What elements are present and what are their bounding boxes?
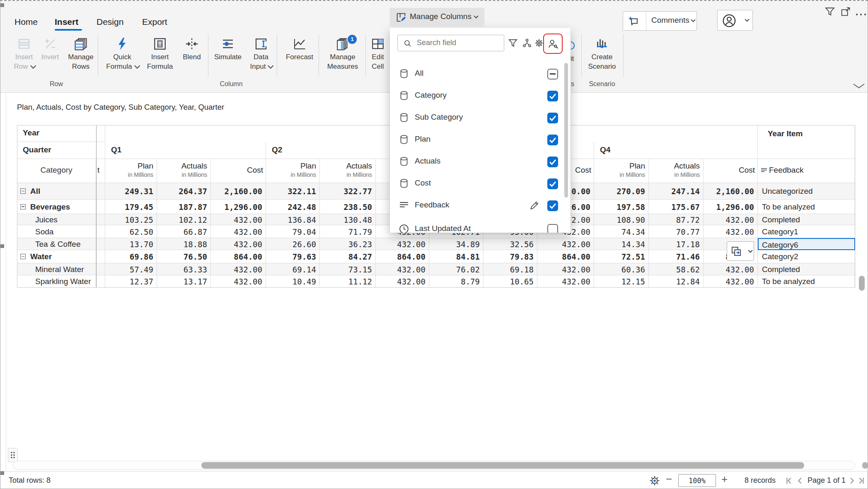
data-cell[interactable]: 179.45	[105, 200, 157, 214]
tab-design[interactable]: Design	[97, 16, 123, 28]
feedback-column-header[interactable]: Feedback	[758, 159, 855, 183]
checkbox-unchecked[interactable]	[547, 224, 558, 233]
data-cell[interactable]: 79.04	[266, 225, 320, 238]
data-cell[interactable]: 108.90	[594, 214, 649, 225]
zoom-level-input[interactable]: 100%	[678, 474, 716, 487]
field-item-plan[interactable]: Plan	[390, 131, 571, 149]
edit-pencil-icon[interactable]	[529, 200, 540, 211]
open-in-window-icon[interactable]	[840, 6, 851, 19]
feedback-cell[interactable]: Category2	[758, 250, 855, 263]
actuals-column-header[interactable]: Actualsin Millions	[157, 159, 211, 183]
field-item-all[interactable]: All	[390, 65, 571, 83]
checkbox-checked[interactable]	[547, 113, 558, 123]
row-header[interactable]: Soda	[17, 225, 96, 238]
row-header[interactable]: Beverages	[17, 200, 96, 214]
field-item-cost[interactable]: Cost	[390, 175, 571, 193]
data-cell[interactable]: 69.14	[266, 263, 320, 275]
data-cell[interactable]: 18.88	[157, 238, 211, 250]
more-options-icon[interactable]	[855, 11, 867, 18]
quarter-cell[interactable]: Q4	[594, 142, 758, 159]
copy-options-button[interactable]	[727, 241, 754, 261]
data-cell[interactable]: 264.37	[157, 183, 211, 200]
data-cell[interactable]: 58.62	[649, 263, 704, 275]
data-cell[interactable]: 84.81	[429, 250, 484, 263]
data-cell[interactable]: 84.27	[320, 250, 376, 263]
collapse-ribbon-icon[interactable]	[852, 83, 866, 91]
data-cell[interactable]: 12.15	[594, 275, 649, 288]
blend-button[interactable]: Blend	[172, 35, 212, 76]
row-header[interactable]: Water	[17, 250, 96, 263]
manage-rows-button[interactable]: ManageRows	[61, 35, 101, 76]
data-cell[interactable]: 432.00	[704, 263, 758, 275]
horizontal-scrollbar-thumb[interactable]	[201, 462, 804, 469]
data-cell[interactable]: 17.18	[649, 238, 704, 250]
data-cell[interactable]: 432.00	[537, 263, 594, 275]
data-cell[interactable]: 14.34	[594, 238, 649, 250]
feedback-cell[interactable]: Uncategorized	[758, 183, 855, 200]
data-cell[interactable]: 79.83	[484, 250, 537, 263]
data-cell[interactable]: 247.14	[649, 183, 704, 200]
row-header[interactable]: Sparkling Water	[17, 275, 96, 288]
comments-button[interactable]: Comments	[623, 11, 697, 31]
data-cell[interactable]: 2,160.00	[704, 183, 758, 200]
data-cell[interactable]: 34.89	[429, 238, 484, 250]
data-cell[interactable]: 270.09	[594, 183, 649, 200]
data-cell[interactable]: 66.87	[157, 225, 211, 238]
zoom-out-button[interactable]: −	[666, 473, 672, 486]
popup-scrollbar[interactable]	[564, 63, 568, 198]
create-scenario-button[interactable]: CreateScenario	[582, 35, 622, 76]
data-cell[interactable]: 102.12	[157, 214, 211, 225]
checkbox-indeterminate[interactable]	[547, 69, 558, 79]
data-cell[interactable]: 432.00	[704, 225, 758, 238]
filter-icon[interactable]	[824, 6, 836, 19]
data-cell[interactable]: 60.36	[594, 263, 649, 275]
tab-home[interactable]: Home	[15, 16, 38, 28]
data-cell[interactable]: 432.00	[537, 275, 594, 288]
table-vertical-scrollbar[interactable]	[859, 276, 865, 291]
field-item-actuals[interactable]: Actuals	[390, 153, 571, 171]
actuals-column-header[interactable]: Actualsin Millions	[649, 159, 704, 183]
checkbox-checked[interactable]	[547, 91, 558, 101]
checkbox-checked[interactable]	[547, 135, 558, 145]
data-cell[interactable]: 69.18	[484, 263, 537, 275]
field-item-sub-category[interactable]: Sub Category	[390, 109, 571, 127]
data-cell[interactable]: 13.70	[105, 238, 157, 250]
selection-handle[interactable]	[0, 244, 4, 248]
data-cell[interactable]: 238.50	[320, 200, 376, 214]
data-cell[interactable]: 432.00	[376, 238, 429, 250]
forecast-button[interactable]: Forecast	[280, 35, 319, 76]
data-cell[interactable]: 1,296.00	[704, 200, 758, 214]
data-cell[interactable]: 432.00	[211, 275, 266, 288]
data-cell[interactable]: 32.56	[484, 238, 537, 250]
data-cell[interactable]: 864.00	[211, 250, 266, 263]
data-cell[interactable]: 11.12	[320, 275, 376, 288]
tab-insert[interactable]: Insert	[55, 16, 78, 28]
field-item-last-updated-at[interactable]: Last Updated At	[390, 220, 571, 233]
prev-page-icon[interactable]	[795, 476, 805, 487]
checkbox-checked[interactable]	[547, 200, 558, 211]
row-header[interactable]: Juices	[17, 214, 96, 225]
quarter-cell[interactable]: Q1	[105, 142, 266, 159]
data-cell[interactable]: 130.48	[320, 214, 376, 225]
cost-column-header[interactable]: Cost	[704, 159, 758, 183]
data-cell[interactable]: 432.00	[211, 263, 266, 275]
data-cell[interactable]: 432.00	[376, 263, 429, 275]
plan-column-header[interactable]: Planin Millions	[594, 159, 649, 183]
data-cell[interactable]: 13.17	[157, 275, 211, 288]
data-cell[interactable]: 63.33	[157, 263, 211, 275]
manage-columns-button[interactable]: Manage Columns	[390, 8, 484, 27]
data-cell[interactable]: 136.84	[266, 214, 320, 225]
data-cell[interactable]: 432.00	[211, 225, 266, 238]
data-cell[interactable]: 10.49	[266, 275, 320, 288]
data-cell[interactable]: 432.00	[211, 214, 266, 225]
feedback-cell[interactable]: To be analyzed	[758, 200, 855, 214]
feedback-cell[interactable]: Completed	[758, 214, 855, 225]
collapse-row-icon[interactable]	[20, 204, 26, 210]
data-cell[interactable]: 26.60	[266, 238, 320, 250]
search-input[interactable]: Search field	[397, 35, 504, 51]
data-cell[interactable]: 864.00	[537, 250, 594, 263]
tab-export[interactable]: Export	[142, 16, 167, 28]
feedback-cell[interactable]: Completed	[758, 263, 855, 275]
data-cell[interactable]: 71.79	[320, 225, 376, 238]
add-comment-icon[interactable]	[628, 15, 641, 29]
